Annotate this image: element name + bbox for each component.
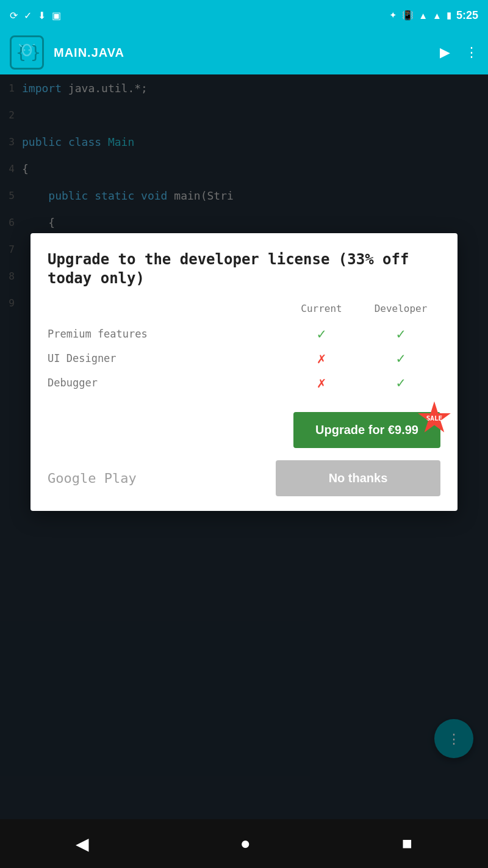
recent-button[interactable]: ■ bbox=[402, 834, 412, 853]
play-button[interactable]: ▶ bbox=[440, 45, 450, 60]
feature-premium-label: Premium features bbox=[48, 328, 282, 340]
svg-point-4 bbox=[24, 49, 26, 51]
feature-row-debugger: Debugger ✗ ✓ bbox=[48, 371, 440, 395]
status-left-icons: ⟳ ✓ ⬇ ▣ bbox=[10, 10, 61, 21]
feature-row-ui: UI Designer ✗ ✓ bbox=[48, 346, 440, 371]
status-time: 5:25 bbox=[456, 9, 478, 22]
app-logo: { } bbox=[10, 35, 44, 70]
screen-icon: ▣ bbox=[52, 10, 61, 21]
feature-debugger-label: Debugger bbox=[48, 377, 282, 389]
circle-icon: ⟳ bbox=[10, 10, 18, 21]
dialog-title: Upgrade to the developer license (33% of… bbox=[48, 250, 440, 288]
upgrade-area: Upgrade for €9.99 SALE bbox=[48, 412, 440, 448]
google-play-label: Google Play bbox=[48, 471, 137, 486]
back-button[interactable]: ◀ bbox=[76, 834, 89, 854]
battery-icon: ▮ bbox=[447, 10, 451, 21]
more-button[interactable]: ⋮ bbox=[465, 45, 478, 60]
vibrate-icon: 📳 bbox=[402, 10, 414, 21]
col-current: Current bbox=[282, 303, 361, 314]
col-developer: Developer bbox=[361, 303, 440, 314]
app-toolbar: { } MAIN.JAVA ▶ ⋮ bbox=[0, 31, 488, 74]
no-thanks-button[interactable]: No thanks bbox=[276, 460, 440, 496]
code-editor[interactable]: 1 import java.util.*; 2 3 public class M… bbox=[0, 74, 488, 819]
upgrade-dialog: Upgrade to the developer license (33% of… bbox=[30, 233, 458, 511]
app-title: MAIN.JAVA bbox=[54, 46, 430, 60]
dialog-bottom: Google Play No thanks bbox=[48, 460, 440, 496]
signal-icon: ▲ bbox=[432, 10, 442, 21]
feature-ui-developer: ✓ bbox=[361, 350, 440, 367]
check-icon: ✓ bbox=[24, 10, 32, 21]
upgrade-button[interactable]: Upgrade for €9.99 bbox=[293, 412, 440, 448]
nav-bar: ◀ ● ■ bbox=[0, 819, 488, 868]
feature-debugger-current: ✗ bbox=[282, 374, 361, 391]
bluetooth-icon: ✦ bbox=[389, 10, 397, 21]
feature-premium-developer: ✓ bbox=[361, 325, 440, 342]
feature-ui-current: ✗ bbox=[282, 350, 361, 367]
home-button[interactable]: ● bbox=[240, 834, 251, 853]
feature-table: Current Developer Premium features ✓ ✓ U… bbox=[48, 303, 440, 395]
feature-debugger-developer: ✓ bbox=[361, 374, 440, 391]
status-right-icons: ✦ 📳 ▲ ▲ ▮ 5:25 bbox=[389, 9, 478, 22]
table-header: Current Developer bbox=[48, 303, 440, 314]
feature-premium-current: ✓ bbox=[282, 325, 361, 342]
download-icon: ⬇ bbox=[38, 10, 46, 21]
feature-row-premium: Premium features ✓ ✓ bbox=[48, 322, 440, 346]
wifi-icon: ▲ bbox=[418, 10, 428, 21]
status-bar: ⟳ ✓ ⬇ ▣ ✦ 📳 ▲ ▲ ▮ 5:25 bbox=[0, 0, 488, 31]
toolbar-actions: ▶ ⋮ bbox=[440, 45, 478, 60]
feature-ui-label: UI Designer bbox=[48, 352, 282, 364]
svg-text:}: } bbox=[30, 43, 39, 63]
